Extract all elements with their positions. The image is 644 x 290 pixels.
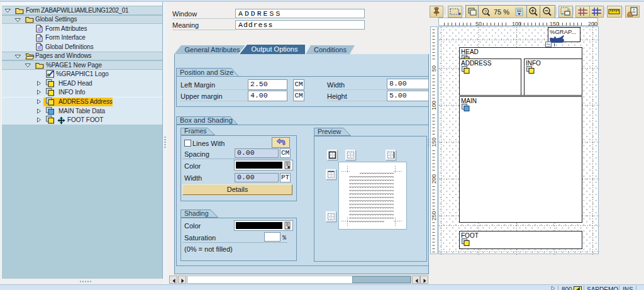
svg-text:250: 250 — [431, 211, 437, 220]
svg-text:Frames: Frames — [184, 128, 207, 135]
svg-text:50: 50 — [431, 65, 437, 72]
svg-text:?: ? — [484, 9, 487, 14]
svg-text:Position and Size: Position and Size — [180, 69, 233, 76]
svg-text:Box and Shading: Box and Shading — [180, 116, 233, 124]
svg-text:150: 150 — [431, 137, 437, 147]
svg-text:Shading: Shading — [184, 209, 209, 217]
svg-text:200: 200 — [431, 174, 437, 184]
svg-text:Preview: Preview — [318, 128, 341, 135]
svg-text:100: 100 — [431, 101, 437, 110]
